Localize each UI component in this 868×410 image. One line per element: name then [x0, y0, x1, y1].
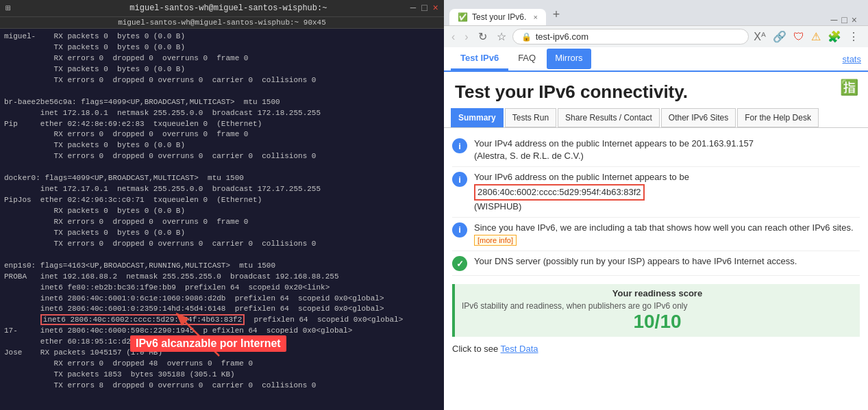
terminal-line: miguel- RX packets 0 bytes 0 (0.0 B): [4, 31, 440, 42]
result-icon-info: i: [452, 138, 467, 153]
terminal-line: inet 172.17.0.1 netmask 255.255.0.0 broa…: [4, 184, 440, 195]
browser-extensions: Xᴬ 🔗 🛡 ⚠ 🧩 ⋮: [752, 29, 864, 44]
close-icon[interactable]: ×: [433, 3, 438, 14]
window-close[interactable]: ×: [852, 14, 857, 25]
content-tab-other-sites[interactable]: Other IPv6 Sites: [661, 108, 736, 127]
terminal-subtitle: miguel-santos-wh@miguel-santos-wisphub:~…: [0, 17, 444, 29]
tab-title: Test your IPv6.: [472, 12, 526, 22]
terminal-line: br-baee2be56c9a: flags=4099<UP,BROADCAST…: [4, 97, 440, 108]
readiness-desc: IPv6 stability and readiness, when publi…: [462, 301, 853, 311]
bookmark-button[interactable]: ☆: [493, 29, 510, 44]
window-maximize[interactable]: □: [841, 14, 847, 25]
terminal-line: TX errors 0 dropped 0 overruns 0 carrier…: [4, 239, 440, 250]
readiness-score: 10/10: [462, 311, 853, 333]
tab-close-button[interactable]: ×: [533, 13, 537, 21]
translate-ext-icon[interactable]: Xᴬ: [752, 29, 768, 44]
site-tab-test-ipv6[interactable]: Test IPv6: [451, 47, 508, 71]
share-ext-icon[interactable]: 🔗: [771, 29, 789, 44]
site-hero: Test your IPv6 connectivity.: [444, 72, 868, 108]
terminal-line: [4, 250, 440, 261]
terminal-line: [4, 86, 440, 97]
warning-ext-icon[interactable]: ⚠: [809, 29, 823, 44]
terminal-line: enp1s0: flags=4163<UP,BROADCAST,RUNNING,…: [4, 261, 440, 272]
result-list: i Your IPv4 address on the public Intern…: [444, 128, 868, 281]
browser-chrome: ✅ Test your IPv6. × + ─ □ × ‹ › ↻ ☆ 🔒 te…: [444, 0, 868, 47]
result-item-dns: ✓ Your DNS server (possibly run by your …: [452, 251, 860, 276]
terminal-line: RX errors 0 dropped 0 overruns 0 frame 0: [4, 53, 440, 64]
terminal-line: docker0: flags=4099<UP,BROADCAST,MULTICA…: [4, 173, 440, 184]
terminal-line: RX errors 0 dropped 48 overruns 0 frame …: [4, 359, 440, 370]
terminal-title: miguel-santos-wh@miguel-santos-wisphub:~: [47, 3, 410, 13]
highlighted-ipv6: inet6 2806:40c:6002:cccc:5d29:954f:4b63:…: [40, 314, 245, 325]
tab-favicon: ✅: [458, 12, 468, 22]
terminal-line: inet6 2806:40c:6001:0:2359:14hd:45d4:614…: [4, 304, 440, 315]
maximize-icon[interactable]: □: [421, 3, 427, 14]
terminal-line: PROBA inet 192.168.88.2 netmask 255.255.…: [4, 272, 440, 283]
address-bar[interactable]: 🔒 test-ipv6.com: [512, 29, 749, 44]
content-tab-share[interactable]: Share Results / Contact: [558, 108, 660, 127]
readiness-section: Your readiness score IPv6 stability and …: [452, 284, 860, 337]
test-data-label: Click to see: [452, 344, 498, 354]
browser-nav-bar: ‹ › ↻ ☆ 🔒 test-ipv6.com Xᴬ 🔗 🛡 ⚠ 🧩 ⋮: [444, 25, 868, 47]
terminal-line: ether 60:18:95:1c:d2:4d txqueuelen 1000 …: [4, 337, 440, 348]
result-icon-success: ✓: [452, 256, 467, 271]
terminal-line: RX errors 0 dropped 0 overruns 0 frame 0: [4, 217, 440, 228]
tab-bar: ✅ Test your IPv6. × + ─ □ ×: [444, 0, 868, 25]
terminal-line: 17- inet6 2806:40c:6000:598c:2290:1945 p…: [4, 326, 440, 337]
content-tabs: Summary Tests Run Share Results / Contac…: [444, 108, 868, 128]
window-minimize[interactable]: ─: [830, 14, 837, 25]
test-data-link[interactable]: Test Data: [501, 344, 538, 354]
terminal-line: TX errors 8 dropped 0 overruns 0 carrier…: [4, 381, 440, 392]
result-item-ipv4: i Your IPv4 address on the public Intern…: [452, 133, 860, 167]
terminal-line: TX errors 0 dropped 0 overruns 0 carrier…: [4, 75, 440, 86]
terminal-line: TX errors 0 dropped 0 overruns 0 carrier…: [4, 151, 440, 162]
more-options-icon[interactable]: ⋮: [846, 29, 861, 44]
more-info-button[interactable]: [more info]: [474, 235, 517, 246]
minimize-icon[interactable]: ─: [410, 3, 416, 14]
terminal-line: inet6 2806:40c:6001:0:6c1e:1060:9086:d2d…: [4, 294, 440, 305]
terminal-line: TX packets 1853 bytes 305188 (305.1 KB): [4, 370, 440, 381]
translate-page-icon[interactable]: 🈯: [840, 79, 858, 97]
url-text[interactable]: test-ipv6.com: [536, 31, 741, 42]
site-tab-faq[interactable]: FAQ: [508, 47, 545, 71]
content-tab-summary[interactable]: Summary: [451, 108, 504, 127]
new-tab-button[interactable]: +: [547, 4, 566, 25]
result-icon-info-2: i: [452, 172, 467, 187]
terminal-line: [4, 162, 440, 173]
terminal-line: Jose RX packets 1045157 (1.0 MB): [4, 348, 440, 359]
shield-ext-icon[interactable]: 🛡: [791, 29, 806, 44]
result-item-ipv6-info: i Since you have IPv6, we are including …: [452, 218, 860, 251]
back-button[interactable]: ‹: [448, 29, 458, 44]
puzzle-ext-icon[interactable]: 🧩: [826, 29, 843, 44]
content-tab-help-desk[interactable]: For the Help Desk: [737, 108, 819, 127]
result-text-dns: Your DNS server (possibly run by your IS…: [474, 255, 860, 268]
website-content: Test IPv6 FAQ Mirrors stats 🈯 Test your …: [444, 47, 868, 410]
ipv6-address-box: 2806:40c:6002:cccc:5d29:954f:4b63:83f2: [474, 184, 645, 201]
terminal-line: TX packets 0 bytes 0 (0.0 B): [4, 42, 440, 53]
terminal-body: miguel- RX packets 0 bytes 0 (0.0 B) TX …: [0, 29, 444, 403]
refresh-button[interactable]: ↻: [475, 29, 491, 44]
lock-icon: 🔒: [521, 32, 532, 42]
terminal-window: ⊞ miguel-santos-wh@miguel-santos-wisphub…: [0, 0, 444, 410]
terminal-line: RX errors 0 dropped 0 overruns 0 frame 0: [4, 129, 440, 140]
terminal-line: PipJos ether 02:42:96:3c:c0:71 txqueuele…: [4, 195, 440, 206]
result-text-ipv6-info: Since you have IPv6, we are including a …: [474, 222, 860, 246]
terminal-line: lo: flags=73<UP,LOOPBACK,RUNNING> mtu 65…: [4, 402, 440, 403]
result-icon-info-3: i: [452, 222, 467, 238]
test-data-section: Click to see Test Data: [444, 339, 868, 358]
forward-button[interactable]: ›: [461, 29, 471, 44]
site-hero-title: Test your IPv6 connectivity.: [455, 81, 857, 103]
site-tab-mirrors[interactable]: Mirrors: [547, 49, 591, 69]
site-nav: Test IPv6 FAQ Mirrors stats: [444, 47, 868, 72]
terminal-line: inet 172.18.0.1 netmask 255.255.0.0 broa…: [4, 108, 440, 119]
browser-tab-active[interactable]: ✅ Test your IPv6. ×: [449, 9, 546, 25]
content-tab-tests-run[interactable]: Tests Run: [505, 108, 556, 127]
browser-window: ✅ Test your IPv6. × + ─ □ × ‹ › ↻ ☆ 🔒 te…: [444, 0, 868, 410]
readiness-title: Your readiness score: [462, 288, 853, 298]
terminal-line: inet6 fe80::eb2b:bc36:1f9e:bb9 prefixlen…: [4, 283, 440, 294]
terminal-line: TX packets 0 bytes 0 (0.0 B): [4, 140, 440, 151]
terminal-line: RX packets 0 bytes 0 (0.0 B): [4, 206, 440, 217]
site-tab-stats[interactable]: stats: [843, 54, 861, 64]
result-text-ipv4: Your IPv4 address on the public Internet…: [474, 138, 860, 162]
result-text-ipv6: Your IPv6 address on the public Internet…: [474, 171, 860, 213]
